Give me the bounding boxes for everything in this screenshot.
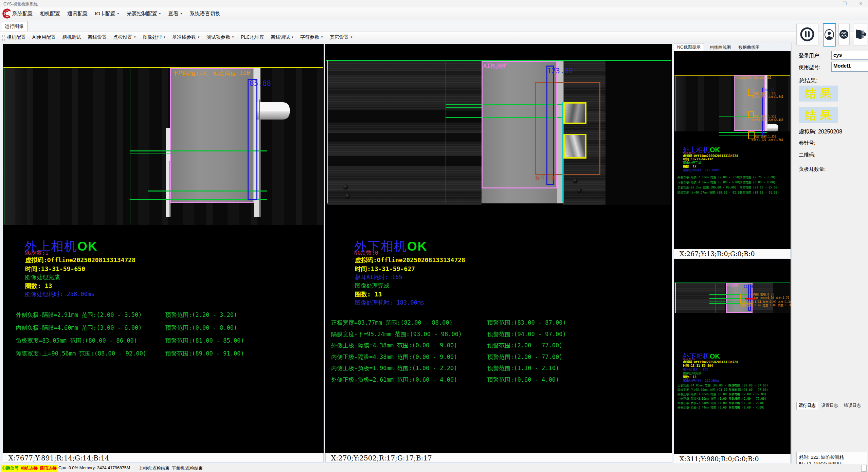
ng-tab-0[interactable]: NG截图显示: [674, 43, 704, 51]
menu-item[interactable]: 相机配置: [7, 34, 26, 40]
right-ng-count: NG次数:0: [354, 250, 378, 257]
right-process-done: 图像处理完成: [355, 282, 390, 290]
toolbar-items: 相机配置AI使用配置相机调试离线设置点检设置▼图像处理▼基准线参数▼测试项参数▼…: [7, 34, 353, 40]
right-yellow-line: [327, 60, 328, 203]
tab-count-label: 负极耳数量:: [799, 166, 826, 173]
right-coord-bar: X:270;Y:2502;R:17;G:17;B:17: [325, 453, 672, 462]
model-input[interactable]: Model1: [831, 62, 868, 72]
left-camera-image: [3, 68, 323, 225]
measurement-value: 负极宽度=83.05mm 范围:(80.00 - 86.00): [16, 337, 137, 345]
menu-item[interactable]: 相机调试: [62, 34, 81, 40]
user-button[interactable]: [823, 23, 836, 47]
menu-item[interactable]: 其它设置▼: [330, 34, 353, 40]
measurement-value: 内侧负极-隔膜=4.69mm 范围:(3.00 - 6.00): [677, 181, 741, 185]
bolt-2: [345, 194, 350, 199]
measurement-warn-range: 预警范围:(2.00 - 77.00): [729, 393, 766, 397]
left-camera-view[interactable]: 平均阈值:93, 动态阈值:100 85.88 外上相机OK NG次数:1 虚拟…: [3, 44, 324, 453]
menu-item[interactable]: 通讯配置: [67, 11, 88, 17]
left-coord-bar: X:7677;Y:891;R:14;G:14;B:14: [3, 453, 324, 462]
measurement-warn-range: 预警范围:(83.00 - 87.00): [729, 384, 768, 388]
measurement-warn-range: 预警范围:(2.00 - 77.00): [487, 342, 563, 349]
ng-tab-2[interactable]: 数据曲线图: [736, 44, 763, 51]
menu-item[interactable]: PLC地址库: [241, 34, 264, 40]
menu-item[interactable]: 相机配置: [40, 11, 60, 17]
menu-item[interactable]: 离线设置: [88, 34, 107, 40]
camera-chip: 相机连接: [20, 465, 39, 472]
left-electrode-tab: [256, 102, 290, 120]
measurement-value: 负极宽度=83.2mm 范围:(80.00 - 86.00): [677, 186, 737, 190]
toolbar-grip: [2, 34, 5, 41]
snap-bot-coord-bar: X:311;Y:980;R:0;G:0;B:0: [674, 454, 791, 463]
title-bar: CYS-视觉检测系统 — ❐ ✕: [0, 0, 868, 7]
menu-item[interactable]: AI使用配置: [32, 34, 56, 40]
menu-item[interactable]: 图像处理▼: [143, 34, 166, 40]
right-dark-band-1: [327, 110, 482, 123]
login-label: 登录用户:: [799, 53, 820, 59]
right-darkgreen-line: [446, 60, 446, 203]
ng-snapshot-bottom[interactable]: AI检测框 123.8 亮斑 面积:0.31 亮斑 面积:0.58 高度:0.7…: [674, 259, 791, 454]
left-baseline-yellow: [3, 67, 323, 68]
menu-item[interactable]: 系统配置: [12, 11, 33, 17]
menu-item[interactable]: 测试项参数▼: [206, 34, 234, 40]
snap-top-defect-2: [748, 111, 754, 118]
snap-top-image: [674, 76, 790, 131]
menu-item[interactable]: 光源控制配置▼: [127, 11, 161, 17]
snap-top-defect1-l2: 宽度:1.775 高度:1.841: [751, 95, 783, 99]
ng-tab-bar: NG截图显示料线曲线图数据曲线图: [674, 43, 791, 51]
ng-tab-1[interactable]: 料线曲线图: [707, 44, 734, 51]
log-tab-1[interactable]: 设置日志: [819, 402, 840, 409]
left-time: 时间:13-31-59-650: [25, 265, 85, 273]
right-tab-ai-time: 极耳AI耗时: 165: [355, 273, 402, 281]
left-ai-threshold-label: 平均阈值:93, 动态阈值:100: [173, 69, 250, 77]
snap-top-white-strip: [765, 75, 767, 131]
exit-button[interactable]: [854, 23, 867, 46]
right-green-line-2: [563, 60, 564, 203]
measurement-value: 外侧负极-隔膜=2.03mm 范围:(2.00 - 3.50): [677, 176, 741, 180]
bolt-4: [577, 188, 582, 193]
ng-snapshot-top[interactable]: 平均阈值:75, 动态阈值:101 88.27 亮斑 面积:1.236 宽度:1…: [674, 51, 791, 249]
toolbar: 相机配置AI使用配置相机调试离线设置点检设置▼图像处理▼基准线参数▼测试项参数▼…: [0, 31, 868, 43]
log-tab-bar: 运行日志设置日志错误日志: [796, 402, 866, 409]
total-result-label: 总结果:: [799, 77, 818, 85]
menu-item[interactable]: IO卡配置▼: [95, 11, 120, 17]
snap-top-tab: [767, 124, 778, 131]
menu-item[interactable]: 离线调试▼: [271, 34, 294, 40]
measurement-value: 正极宽度=83.77mm 范围:(82.00 - 88.00): [331, 319, 453, 327]
cpu-text: Cpu: 0.0% Memory: 3424.41796875M: [58, 466, 130, 470]
sp-virtual-code: 虚拟码: 20250208: [799, 128, 842, 135]
pause-button[interactable]: [796, 23, 818, 46]
menu-item[interactable]: 查看▼: [168, 11, 183, 17]
snap-top-threshold: 平均阈值:75, 动态阈值:101: [735, 76, 771, 80]
minimize-button[interactable]: —: [823, 1, 833, 6]
measurement-value: 隔膜宽度-上=90.56mm 范围:(88.00 - 92.00): [16, 350, 146, 358]
measurement-value: 外侧正极-隔膜=4.38mm 范围:(0.00 - 9.00): [331, 342, 457, 349]
menu-item[interactable]: 系统语言切换: [190, 11, 220, 17]
right-turns: 圈数: 13: [355, 290, 382, 298]
measurement-warn-range: 预警范围:(2.20 - 3.20): [740, 176, 776, 180]
log-tab-0[interactable]: 运行日志: [796, 402, 818, 410]
right-process-time: 图像处理耗时: 183.00ms: [355, 299, 424, 307]
menu-item[interactable]: 字符参数▼: [300, 34, 323, 40]
tab-run-image[interactable]: 运行图像: [1, 21, 28, 31]
measurement-value: 内侧正极-负极=1.90mm 范围:(1.00 - 2.20): [331, 364, 457, 372]
close-button[interactable]: ✕: [856, 1, 866, 6]
right-camera-view[interactable]: AI检测框 123.80 极耳区域 外下相机OK NG次数:0 虚拟码:Offl…: [325, 44, 672, 453]
snap-top-ai-box: [734, 75, 765, 131]
right-dark-band-3: [327, 156, 482, 166]
right-measure-line-1c: [446, 110, 482, 110]
right-black-zone: [605, 61, 671, 205]
login-input[interactable]: cys: [831, 51, 868, 60]
snap-bot-ptime: 图像处理耗时: 215.00ms: [683, 379, 720, 383]
menu-item[interactable]: 点检设置▼: [113, 34, 136, 40]
comm-chip: 通讯连接: [39, 465, 58, 472]
users-button[interactable]: [838, 23, 850, 46]
snap-top-ptime: 图像处理耗时: 242.00ms: [683, 168, 720, 173]
log-tab-2[interactable]: 错误日志: [842, 402, 863, 409]
restore-button[interactable]: ❐: [839, 1, 850, 6]
right-tab-detect-box-2: [563, 134, 586, 159]
menu-item[interactable]: 基准线参数▼: [172, 34, 200, 40]
snap-top-defect3-l2: 宽度:1.221 高度:1.761: [751, 138, 783, 142]
snap-top-darkgreen: [720, 75, 720, 131]
heartbeat-chip: 心跳信号: [1, 465, 20, 472]
snap-top-defect2-l2: 宽度:0.865 高度:2.448: [751, 118, 783, 122]
